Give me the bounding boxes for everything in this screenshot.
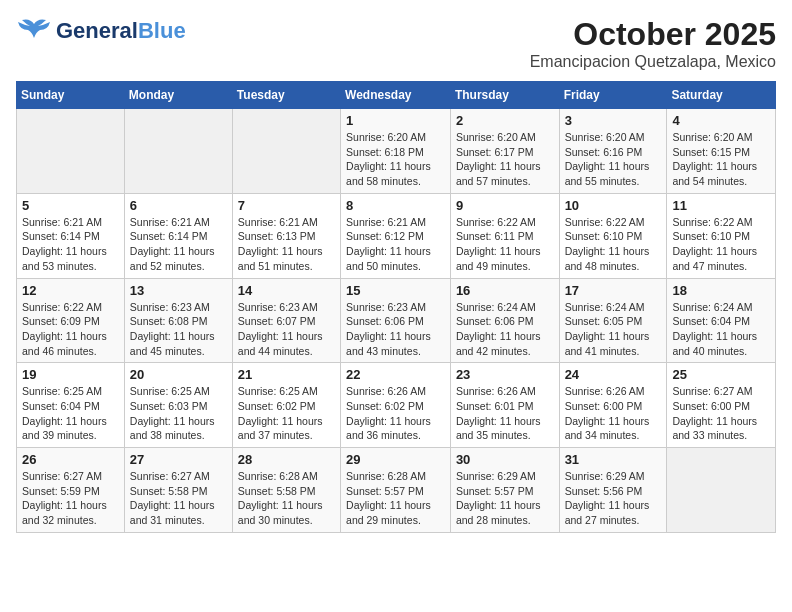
sunrise-label: Sunrise: 6:22 AM [565, 216, 645, 228]
day-number: 19 [22, 367, 119, 382]
sunset-label: Sunset: 6:15 PM [672, 146, 750, 158]
day-number: 8 [346, 198, 445, 213]
day-info: Sunrise: 6:24 AM Sunset: 6:06 PM Dayligh… [456, 300, 554, 359]
sunrise-label: Sunrise: 6:21 AM [238, 216, 318, 228]
day-info: Sunrise: 6:29 AM Sunset: 5:56 PM Dayligh… [565, 469, 662, 528]
page-header: General Blue October 2025 Emancipacion Q… [16, 16, 776, 71]
title-block: October 2025 Emancipacion Quetzalapa, Me… [530, 16, 776, 71]
day-info: Sunrise: 6:26 AM Sunset: 6:02 PM Dayligh… [346, 384, 445, 443]
sunset-label: Sunset: 6:02 PM [238, 400, 316, 412]
day-number: 28 [238, 452, 335, 467]
day-number: 22 [346, 367, 445, 382]
day-number: 15 [346, 283, 445, 298]
calendar-cell [232, 109, 340, 194]
day-info: Sunrise: 6:25 AM Sunset: 6:04 PM Dayligh… [22, 384, 119, 443]
daylight-label: Daylight: 11 hours and 44 minutes. [238, 330, 323, 357]
day-info: Sunrise: 6:23 AM Sunset: 6:08 PM Dayligh… [130, 300, 227, 359]
sunrise-label: Sunrise: 6:27 AM [130, 470, 210, 482]
sunset-label: Sunset: 6:17 PM [456, 146, 534, 158]
calendar-cell: 28 Sunrise: 6:28 AM Sunset: 5:58 PM Dayl… [232, 448, 340, 533]
day-info: Sunrise: 6:20 AM Sunset: 6:18 PM Dayligh… [346, 130, 445, 189]
sunset-label: Sunset: 6:06 PM [346, 315, 424, 327]
page-title: October 2025 [530, 16, 776, 53]
day-number: 16 [456, 283, 554, 298]
day-info: Sunrise: 6:27 AM Sunset: 5:59 PM Dayligh… [22, 469, 119, 528]
sunrise-label: Sunrise: 6:26 AM [346, 385, 426, 397]
day-number: 6 [130, 198, 227, 213]
day-number: 13 [130, 283, 227, 298]
daylight-label: Daylight: 11 hours and 49 minutes. [456, 245, 541, 272]
calendar-week-row: 1 Sunrise: 6:20 AM Sunset: 6:18 PM Dayli… [17, 109, 776, 194]
sunrise-label: Sunrise: 6:20 AM [346, 131, 426, 143]
daylight-label: Daylight: 11 hours and 29 minutes. [346, 499, 431, 526]
logo-blue: Blue [138, 18, 186, 44]
calendar-cell [667, 448, 776, 533]
day-number: 27 [130, 452, 227, 467]
day-info: Sunrise: 6:22 AM Sunset: 6:11 PM Dayligh… [456, 215, 554, 274]
sunset-label: Sunset: 6:14 PM [130, 230, 208, 242]
sunset-label: Sunset: 6:13 PM [238, 230, 316, 242]
sunrise-label: Sunrise: 6:29 AM [565, 470, 645, 482]
day-number: 31 [565, 452, 662, 467]
logo-icon [16, 16, 52, 46]
calendar-cell: 10 Sunrise: 6:22 AM Sunset: 6:10 PM Dayl… [559, 193, 667, 278]
calendar-cell: 26 Sunrise: 6:27 AM Sunset: 5:59 PM Dayl… [17, 448, 125, 533]
calendar-cell: 9 Sunrise: 6:22 AM Sunset: 6:11 PM Dayli… [450, 193, 559, 278]
sunset-label: Sunset: 6:08 PM [130, 315, 208, 327]
sunset-label: Sunset: 6:07 PM [238, 315, 316, 327]
sunrise-label: Sunrise: 6:25 AM [238, 385, 318, 397]
weekday-header-monday: Monday [124, 82, 232, 109]
calendar-cell: 22 Sunrise: 6:26 AM Sunset: 6:02 PM Dayl… [341, 363, 451, 448]
weekday-header-saturday: Saturday [667, 82, 776, 109]
day-info: Sunrise: 6:23 AM Sunset: 6:06 PM Dayligh… [346, 300, 445, 359]
daylight-label: Daylight: 11 hours and 55 minutes. [565, 160, 650, 187]
sunset-label: Sunset: 6:04 PM [22, 400, 100, 412]
day-info: Sunrise: 6:27 AM Sunset: 6:00 PM Dayligh… [672, 384, 770, 443]
sunset-label: Sunset: 5:59 PM [22, 485, 100, 497]
calendar-cell: 13 Sunrise: 6:23 AM Sunset: 6:08 PM Dayl… [124, 278, 232, 363]
day-number: 1 [346, 113, 445, 128]
sunset-label: Sunset: 6:00 PM [672, 400, 750, 412]
sunrise-label: Sunrise: 6:22 AM [456, 216, 536, 228]
weekday-header-thursday: Thursday [450, 82, 559, 109]
sunrise-label: Sunrise: 6:23 AM [130, 301, 210, 313]
sunrise-label: Sunrise: 6:26 AM [456, 385, 536, 397]
sunrise-label: Sunrise: 6:26 AM [565, 385, 645, 397]
sunrise-label: Sunrise: 6:25 AM [130, 385, 210, 397]
day-number: 14 [238, 283, 335, 298]
calendar-cell: 23 Sunrise: 6:26 AM Sunset: 6:01 PM Dayl… [450, 363, 559, 448]
calendar-cell: 1 Sunrise: 6:20 AM Sunset: 6:18 PM Dayli… [341, 109, 451, 194]
daylight-label: Daylight: 11 hours and 52 minutes. [130, 245, 215, 272]
sunrise-label: Sunrise: 6:21 AM [22, 216, 102, 228]
day-number: 3 [565, 113, 662, 128]
day-info: Sunrise: 6:22 AM Sunset: 6:09 PM Dayligh… [22, 300, 119, 359]
day-number: 2 [456, 113, 554, 128]
sunset-label: Sunset: 6:16 PM [565, 146, 643, 158]
daylight-label: Daylight: 11 hours and 27 minutes. [565, 499, 650, 526]
sunrise-label: Sunrise: 6:21 AM [346, 216, 426, 228]
calendar-cell: 18 Sunrise: 6:24 AM Sunset: 6:04 PM Dayl… [667, 278, 776, 363]
sunset-label: Sunset: 6:04 PM [672, 315, 750, 327]
daylight-label: Daylight: 11 hours and 38 minutes. [130, 415, 215, 442]
daylight-label: Daylight: 11 hours and 43 minutes. [346, 330, 431, 357]
sunset-label: Sunset: 6:10 PM [672, 230, 750, 242]
logo-general: General [56, 18, 138, 44]
calendar-cell: 3 Sunrise: 6:20 AM Sunset: 6:16 PM Dayli… [559, 109, 667, 194]
daylight-label: Daylight: 11 hours and 53 minutes. [22, 245, 107, 272]
calendar-cell: 31 Sunrise: 6:29 AM Sunset: 5:56 PM Dayl… [559, 448, 667, 533]
daylight-label: Daylight: 11 hours and 34 minutes. [565, 415, 650, 442]
calendar-cell: 21 Sunrise: 6:25 AM Sunset: 6:02 PM Dayl… [232, 363, 340, 448]
day-info: Sunrise: 6:22 AM Sunset: 6:10 PM Dayligh… [672, 215, 770, 274]
daylight-label: Daylight: 11 hours and 57 minutes. [456, 160, 541, 187]
sunset-label: Sunset: 6:14 PM [22, 230, 100, 242]
sunset-label: Sunset: 5:57 PM [346, 485, 424, 497]
calendar-cell: 12 Sunrise: 6:22 AM Sunset: 6:09 PM Dayl… [17, 278, 125, 363]
day-info: Sunrise: 6:21 AM Sunset: 6:13 PM Dayligh… [238, 215, 335, 274]
day-info: Sunrise: 6:24 AM Sunset: 6:04 PM Dayligh… [672, 300, 770, 359]
day-number: 25 [672, 367, 770, 382]
daylight-label: Daylight: 11 hours and 46 minutes. [22, 330, 107, 357]
day-info: Sunrise: 6:25 AM Sunset: 6:03 PM Dayligh… [130, 384, 227, 443]
page-subtitle: Emancipacion Quetzalapa, Mexico [530, 53, 776, 71]
sunrise-label: Sunrise: 6:29 AM [456, 470, 536, 482]
sunrise-label: Sunrise: 6:22 AM [22, 301, 102, 313]
